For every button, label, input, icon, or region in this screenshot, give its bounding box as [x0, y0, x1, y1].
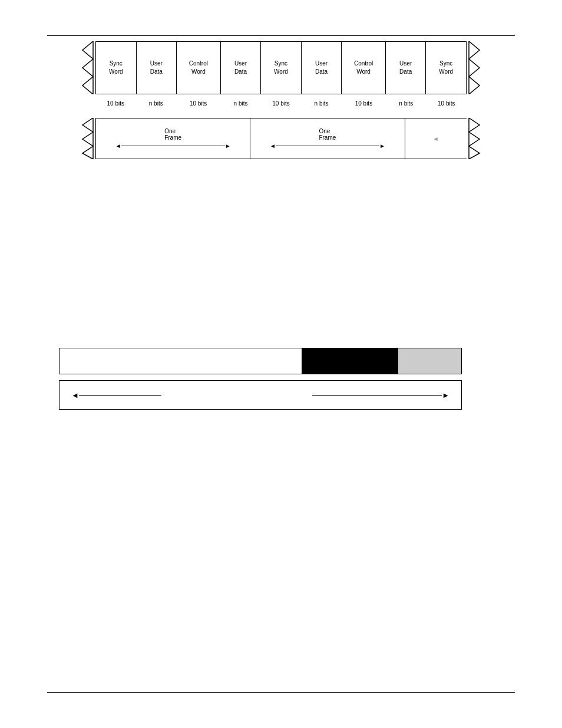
- bits-label-5: 10 bits: [261, 100, 301, 107]
- bits-row: 10 bits n bits 10 bits n bits 10 bits n …: [77, 100, 485, 107]
- cell-control1: ControlWord: [177, 42, 221, 94]
- frame-section-1: OneFrame ◄ ►: [95, 118, 250, 159]
- bar-black-segment: [302, 348, 398, 374]
- bits-label-3: 10 bits: [176, 100, 220, 107]
- frame-zigzag-left: [77, 118, 95, 159]
- cell-user3: UserData: [302, 42, 342, 94]
- cell-control2: ControlWord: [342, 42, 386, 94]
- right-arrow-group: ►: [312, 391, 449, 400]
- frame-arrow-2: ◄ ►: [270, 143, 385, 149]
- bits-label-9: 10 bits: [427, 100, 467, 107]
- frame-label-2: OneFrame: [319, 128, 336, 141]
- frame-zigzag-right: [467, 118, 485, 159]
- frame-label-1: OneFrame: [164, 128, 181, 141]
- top-rule: [47, 35, 515, 36]
- cell-user2: UserData: [221, 42, 262, 94]
- cell-sync3: SyncWord: [426, 42, 467, 94]
- zigzag-left: [77, 41, 95, 94]
- cell-user4: UserData: [386, 42, 427, 94]
- bar-gray-segment: [398, 348, 461, 374]
- frame-sections: OneFrame ◄ ► OneFrame ◄ ► ◄: [95, 118, 467, 159]
- left-arrow-group: ◄: [71, 391, 161, 400]
- bits-label-4: n bits: [220, 100, 260, 107]
- frame-section-2: OneFrame ◄ ►: [250, 118, 405, 159]
- left-arrow-line: [79, 395, 161, 396]
- frame-section-3: ◄: [405, 118, 467, 159]
- bits-label-1: 10 bits: [95, 100, 135, 107]
- color-bar-diagram: [59, 348, 462, 374]
- right-arrowhead: ►: [442, 391, 449, 400]
- bits-label-6: n bits: [301, 100, 341, 107]
- bits-label-7: 10 bits: [342, 100, 386, 107]
- word-cells: SyncWord UserData ControlWord UserData S…: [95, 41, 467, 94]
- bits-label-8: n bits: [386, 100, 426, 107]
- frame-arrow-1: ◄ ►: [115, 143, 231, 149]
- zigzag-right: [467, 41, 485, 94]
- bottom-rule: [47, 692, 515, 693]
- right-arrow-line: [312, 395, 442, 396]
- cell-sync1: SyncWord: [95, 42, 137, 94]
- frame-diagram: SyncWord UserData ControlWord UserData S…: [77, 41, 485, 94]
- frame-arrows-diagram: OneFrame ◄ ► OneFrame ◄ ► ◄: [77, 118, 485, 159]
- cell-sync2: SyncWord: [261, 42, 302, 94]
- page: SyncWord UserData ControlWord UserData S…: [0, 0, 562, 728]
- bar-white-segment: [59, 348, 302, 374]
- left-arrowhead: ◄: [71, 391, 79, 400]
- arrow-bar-diagram: ◄ ►: [59, 380, 462, 410]
- cell-user1: UserData: [137, 42, 177, 94]
- bits-label-2: n bits: [135, 100, 176, 107]
